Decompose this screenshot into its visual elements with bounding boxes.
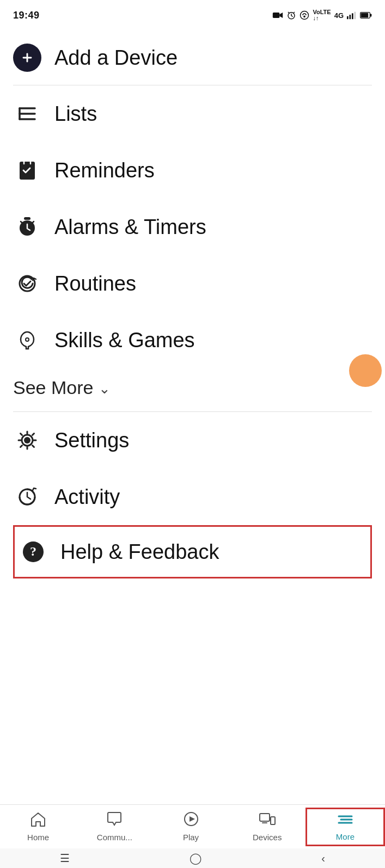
sidebar-item-help[interactable]: ? Help & Feedback [13,525,372,578]
sidebar-item-routines[interactable]: Routines [13,255,372,312]
help-label: Help & Feedback [60,540,219,564]
status-time: 19:49 [13,10,40,21]
communicate-nav-label: Commu... [97,833,132,842]
more-icon [337,812,353,830]
back-gesture-icon[interactable]: ‹ [321,852,325,865]
reminders-icon [13,156,41,184]
gesture-bar: ☰ ◯ ‹ [0,848,385,868]
sidebar-item-skills[interactable]: Skills & Games [13,312,372,368]
more-nav-label: More [336,832,355,841]
4g-text: 4G [334,11,344,20]
sidebar-item-activity[interactable]: Activity [13,469,372,525]
volte-text: VoLTE↓↑ [313,9,331,21]
communicate-icon [106,811,123,830]
bottom-nav-items: Home Commu... Play [0,805,385,848]
nav-item-play[interactable]: Play [152,807,229,846]
activity-icon [13,483,41,511]
reminders-label: Reminders [54,159,155,182]
svg-point-3 [301,11,309,20]
add-device-icon [13,44,41,72]
devices-icon [259,811,276,830]
bottom-nav: Home Commu... Play [0,804,385,848]
sidebar-item-alarms[interactable]: Alarms & Timers [13,199,372,255]
status-icons: VoLTE↓↑ 4G [272,9,372,21]
home-gesture-icon[interactable]: ◯ [190,852,201,865]
add-device-label: Add a Device [54,46,178,70]
battery-icon [360,11,372,19]
orange-circle [349,354,382,387]
chevron-down-icon: ⌄ [99,380,111,397]
nav-item-home[interactable]: Home [0,807,76,846]
home-nav-label: Home [27,833,49,842]
camera-icon [272,11,283,20]
devices-nav-label: Devices [253,833,282,842]
svg-rect-34 [271,817,275,824]
svg-rect-33 [262,822,267,823]
play-icon [184,811,199,830]
svg-rect-7 [352,13,353,19]
add-device-row[interactable]: Add a Device [13,28,372,85]
routines-icon [13,269,41,298]
sidebar-item-reminders[interactable]: Reminders [13,142,372,199]
recent-apps-icon[interactable]: ☰ [60,852,70,865]
svg-rect-6 [350,15,351,19]
alarms-icon [13,213,41,241]
alarm-icon [286,10,296,20]
svg-rect-8 [355,12,356,20]
sidebar-item-lists[interactable]: Lists [13,85,372,142]
nav-item-devices[interactable]: Devices [229,807,305,846]
routines-label: Routines [54,272,136,296]
lists-label: Lists [54,102,97,126]
settings-icon [13,426,41,454]
main-content: Add a Device Lists Reminders [0,28,385,868]
play-nav-label: Play [183,833,199,842]
plus-icon [20,50,35,65]
skills-label: Skills & Games [54,329,195,352]
svg-marker-31 [190,816,195,822]
svg-point-23 [26,338,28,341]
settings-label: Settings [54,429,129,452]
see-more-row[interactable]: See More ⌄ [13,368,372,411]
svg-point-4 [304,16,305,17]
see-more-label: See More [13,377,93,398]
svg-rect-10 [370,14,371,16]
svg-text:?: ? [30,544,36,558]
lists-icon [13,100,41,128]
sidebar-item-settings[interactable]: Settings [13,412,372,469]
activity-label: Activity [54,485,120,509]
skills-icon [13,326,41,354]
svg-point-26 [25,438,30,443]
signal-icon [347,11,357,20]
alarms-label: Alarms & Timers [54,216,206,239]
nav-item-more[interactable]: More [305,808,385,846]
home-icon [30,811,46,830]
wifi-circle-icon [300,10,309,20]
svg-rect-0 [273,13,279,18]
svg-rect-32 [260,814,270,821]
svg-marker-1 [280,13,283,18]
svg-rect-20 [24,217,30,220]
nav-item-communicate[interactable]: Commu... [76,807,152,846]
help-icon: ? [19,538,47,566]
svg-rect-5 [347,16,349,19]
svg-rect-11 [361,13,369,17]
status-bar: 19:49 VoLTE↓↑ 4G [0,0,385,28]
